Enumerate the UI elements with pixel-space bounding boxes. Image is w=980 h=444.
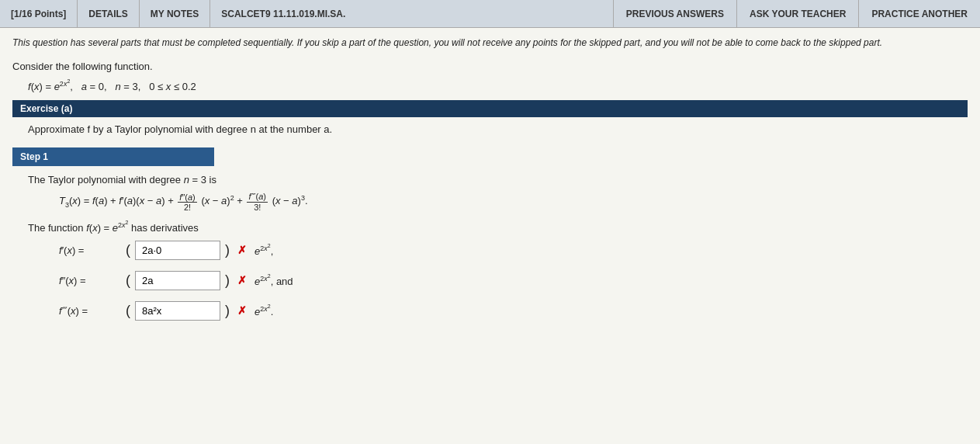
points-label: [1/16 Points] (0, 0, 78, 27)
open-paren-3: ( (126, 303, 130, 319)
taylor-formula: T3(x) = f(a) + f′(a)(x − a) + f″(a) 2! (… (59, 192, 968, 212)
derivative3-suffix: e2x2. (255, 304, 273, 317)
my-notes-button[interactable]: MY NOTES (140, 0, 210, 27)
step1-header: Step 1 (12, 147, 214, 166)
intro-text: This question has several parts that mus… (12, 36, 968, 50)
derivative2-row: f″(x) = ( 2a ) ✗ e2x2, and (59, 271, 968, 290)
xmark-1: ✗ (237, 244, 247, 256)
derivative1-input[interactable]: 2a·0 (135, 241, 220, 260)
close-paren-2: ) (225, 272, 230, 289)
consider-label: Consider the following function. (12, 61, 968, 72)
previous-answers-button[interactable]: PREVIOUS ANSWERS (613, 0, 736, 27)
derivative3-label: f‴(x) = (59, 305, 121, 317)
derivative1-label: f′(x) = (59, 245, 121, 256)
derivative1-suffix: e2x2, (255, 243, 273, 257)
step1-line1: The Taylor polynomial with degree n = 3 … (28, 174, 968, 186)
derivative3-input[interactable]: 8a²x (135, 301, 220, 321)
close-paren-1: ) (225, 242, 230, 258)
close-paren-3: ) (225, 303, 230, 319)
details-button[interactable]: DETAILS (78, 0, 139, 27)
step1-line2: The function f(x) = e2x2 has derivatives (28, 220, 968, 234)
derivative3-row: f‴(x) = ( 8a²x ) ✗ e2x2. (59, 301, 968, 321)
xmark-3: ✗ (237, 304, 247, 317)
main-content: This question has several parts that mus… (0, 28, 980, 444)
derivative2-label: f″(x) = (59, 275, 121, 286)
open-paren-1: ( (126, 242, 130, 258)
derivative2-suffix: e2x2, and (255, 273, 293, 287)
exercise-a-header: Exercise (a) (12, 100, 968, 117)
xmark-2: ✗ (237, 274, 247, 286)
step1-content: The Taylor polynomial with degree n = 3 … (28, 174, 968, 320)
problem-id: SCALCET9 11.11.019.MI.SA. (210, 0, 356, 27)
derivative2-input[interactable]: 2a (135, 271, 220, 290)
practice-another-button[interactable]: PRACTICE ANOTHER (858, 0, 980, 27)
exercise-a-text: Approximate f by a Taylor polynomial wit… (28, 123, 968, 135)
ask-teacher-button[interactable]: ASK YOUR TEACHER (736, 0, 858, 27)
open-paren-2: ( (126, 272, 130, 289)
top-bar: [1/16 Points] DETAILS MY NOTES SCALCET9 … (0, 0, 980, 28)
derivative1-row: f′(x) = ( 2a·0 ) ✗ e2x2, (59, 241, 968, 260)
function-definition: f(x) = e2x2, a = 0, n = 3, 0 ≤ x ≤ 0.2 (28, 78, 968, 92)
